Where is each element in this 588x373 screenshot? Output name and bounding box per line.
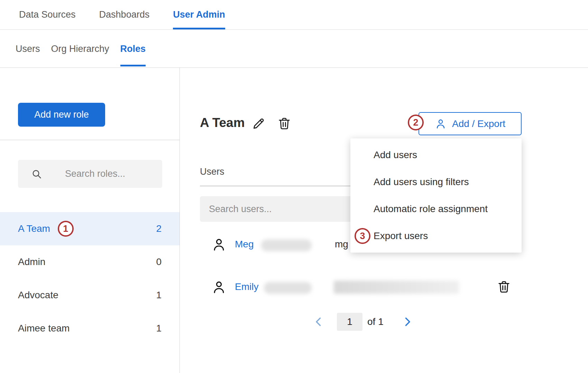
pagination-prev-icon[interactable]	[312, 316, 325, 328]
role-detail-panel: A Team Add / Export 2	[180, 68, 588, 373]
edit-role-icon[interactable]	[252, 117, 266, 130]
redacted-last-name	[264, 282, 312, 294]
menu-item-label: Export users	[374, 230, 428, 242]
person-icon	[435, 118, 447, 130]
sub-nav: Users Org Hierarchy Roles	[0, 30, 588, 68]
remove-user-icon[interactable]	[497, 279, 511, 294]
role-count: 1	[156, 290, 162, 301]
tab-user-admin[interactable]: User Admin	[173, 0, 225, 29]
menu-item-automatic-role-assignment[interactable]: Automatic role assignment	[350, 195, 522, 222]
role-row-advocate[interactable]: Advocate 1	[0, 279, 180, 312]
user-link-meg[interactable]: Meg	[235, 239, 254, 250]
role-count: 1	[156, 323, 162, 334]
tab-data-sources[interactable]: Data Sources	[19, 0, 76, 29]
role-name: Admin	[18, 256, 45, 267]
pagination-current-page[interactable]: 1	[337, 313, 362, 331]
user-avatar-icon	[211, 237, 227, 253]
pagination-next-icon[interactable]	[401, 316, 414, 328]
search-icon	[31, 169, 42, 180]
add-export-dropdown: Add users Add users using filters Automa…	[350, 138, 522, 253]
user-link-emily[interactable]: Emily	[235, 281, 258, 292]
redacted-email	[334, 281, 459, 294]
role-row-a-team[interactable]: A Team 1 2	[0, 212, 180, 245]
user-avatar-icon	[211, 279, 227, 295]
roles-sidebar: Add new role A Team 1 2 Admin 0 Advocate	[0, 68, 180, 373]
add-export-label: Add / Export	[452, 118, 505, 129]
top-nav: Data Sources Dashboards User Admin	[0, 0, 588, 30]
redacted-last-name	[261, 239, 312, 251]
subtab-users[interactable]: Users	[16, 30, 40, 67]
role-name: A Team	[18, 223, 50, 234]
menu-item-export-users[interactable]: 3 Export users	[350, 222, 522, 249]
menu-item-add-users[interactable]: Add users	[350, 142, 522, 169]
menu-item-add-users-using-filters[interactable]: Add users using filters	[350, 169, 522, 195]
tab-dashboards[interactable]: Dashboards	[99, 0, 150, 29]
page-title: A Team	[200, 116, 245, 130]
subtab-org-hierarchy[interactable]: Org Hierarchy	[51, 30, 109, 67]
add-export-button[interactable]: Add / Export	[419, 112, 522, 135]
delete-role-icon[interactable]	[277, 116, 291, 131]
role-row-admin[interactable]: Admin 0	[0, 245, 180, 279]
pagination-total-label: of 1	[367, 316, 384, 327]
role-row-aimee-team[interactable]: Aimee team 1	[0, 312, 180, 345]
role-list: A Team 1 2 Admin 0 Advocate 1 Aimee team…	[0, 212, 180, 345]
users-section-label: Users	[200, 166, 224, 177]
add-new-role-button[interactable]: Add new role	[18, 103, 105, 127]
subtab-roles[interactable]: Roles	[120, 30, 146, 67]
app-root: Data Sources Dashboards User Admin Users…	[0, 0, 588, 373]
role-name: Aimee team	[18, 323, 70, 334]
role-name: Advocate	[18, 290, 58, 301]
annotation-step-3: 3	[355, 228, 370, 244]
role-count: 2	[156, 223, 162, 234]
role-count: 0	[156, 256, 162, 267]
sidebar-divider	[0, 140, 180, 140]
search-roles-box	[18, 160, 162, 188]
user-email-fragment: mg	[335, 239, 348, 250]
annotation-step-1: 1	[58, 221, 74, 237]
annotation-step-2: 2	[408, 115, 424, 130]
